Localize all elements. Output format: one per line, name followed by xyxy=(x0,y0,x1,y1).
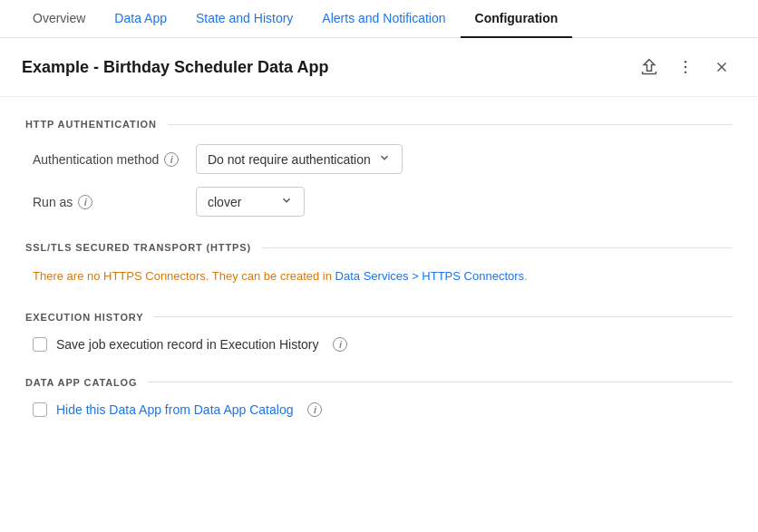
execution-history-label[interactable]: Save job execution record in Execution H… xyxy=(56,337,318,352)
svg-point-0 xyxy=(685,61,687,63)
run-as-info-icon[interactable]: i xyxy=(78,195,92,209)
section-divider xyxy=(148,382,733,382)
data-app-catalog-header: DATA APP CATALOG xyxy=(25,377,733,388)
auth-method-label: Authentication method i xyxy=(33,152,196,167)
section-divider xyxy=(154,316,733,317)
tab-data-app[interactable]: Data App xyxy=(100,0,181,38)
auth-method-row: Authentication method i Do not require a… xyxy=(25,144,733,174)
ssl-header: SSL/TLS SECURED TRANSPORT (HTTPS) xyxy=(25,242,733,253)
auth-method-info-icon[interactable]: i xyxy=(164,152,179,167)
upload-icon[interactable] xyxy=(635,53,664,82)
tab-configuration[interactable]: Configuration xyxy=(461,0,573,38)
run-as-chevron-icon xyxy=(280,194,293,209)
svg-point-2 xyxy=(685,72,687,74)
header-actions xyxy=(635,53,736,82)
execution-history-header: EXECUTION HISTORY xyxy=(25,312,733,323)
ssl-message: There are no HTTPS Connectors. They can … xyxy=(25,267,733,286)
http-auth-section: HTTP AUTHENTICATION Authentication metho… xyxy=(25,119,733,217)
ssl-link[interactable]: Data Services > HTTPS Connectors xyxy=(335,269,524,283)
data-app-catalog-info-icon[interactable]: i xyxy=(307,402,322,417)
ssl-section: SSL/TLS SECURED TRANSPORT (HTTPS) There … xyxy=(25,242,733,286)
auth-method-dropdown[interactable]: Do not require authentication xyxy=(196,144,403,174)
tab-bar: Overview Data App State and History Aler… xyxy=(0,0,758,38)
close-icon[interactable] xyxy=(707,53,736,82)
tab-alerts[interactable]: Alerts and Notification xyxy=(307,0,460,38)
auth-method-value: Do not require authentication xyxy=(208,152,371,167)
data-app-catalog-checkbox[interactable] xyxy=(33,402,47,417)
run-as-value: clover xyxy=(208,195,241,209)
content-area: HTTP AUTHENTICATION Authentication metho… xyxy=(0,97,758,464)
execution-history-checkbox[interactable] xyxy=(33,337,47,352)
data-app-catalog-row: Hide this Data App from Data App Catalog… xyxy=(25,402,733,417)
data-app-catalog-section: DATA APP CATALOG Hide this Data App from… xyxy=(25,377,733,417)
execution-history-info-icon[interactable]: i xyxy=(333,337,347,352)
run-as-label: Run as i xyxy=(33,195,196,209)
ssl-message-suffix: . xyxy=(524,269,528,283)
http-auth-title: HTTP AUTHENTICATION xyxy=(25,119,168,130)
auth-method-chevron-icon xyxy=(378,151,391,167)
page-title: Example - Birthday Scheduler Data App xyxy=(22,58,328,77)
run-as-dropdown[interactable]: clover xyxy=(196,187,305,217)
execution-history-row: Save job execution record in Execution H… xyxy=(25,337,733,352)
svg-point-1 xyxy=(685,66,687,69)
tab-state-history[interactable]: State and History xyxy=(181,0,307,38)
ssl-message-prefix: There are no HTTPS Connectors. They can … xyxy=(33,269,335,283)
panel-header: Example - Birthday Scheduler Data App xyxy=(0,38,758,97)
ssl-title: SSL/TLS SECURED TRANSPORT (HTTPS) xyxy=(25,242,262,253)
section-divider xyxy=(262,247,733,248)
data-app-catalog-title: DATA APP CATALOG xyxy=(25,377,148,388)
run-as-row: Run as i clover xyxy=(25,187,733,217)
tab-overview[interactable]: Overview xyxy=(18,0,100,38)
section-divider xyxy=(168,124,733,125)
data-app-catalog-label[interactable]: Hide this Data App from Data App Catalog xyxy=(56,402,293,417)
more-options-icon[interactable] xyxy=(671,53,700,82)
http-auth-header: HTTP AUTHENTICATION xyxy=(25,119,733,130)
execution-history-title: EXECUTION HISTORY xyxy=(25,312,154,323)
execution-history-section: EXECUTION HISTORY Save job execution rec… xyxy=(25,312,733,352)
